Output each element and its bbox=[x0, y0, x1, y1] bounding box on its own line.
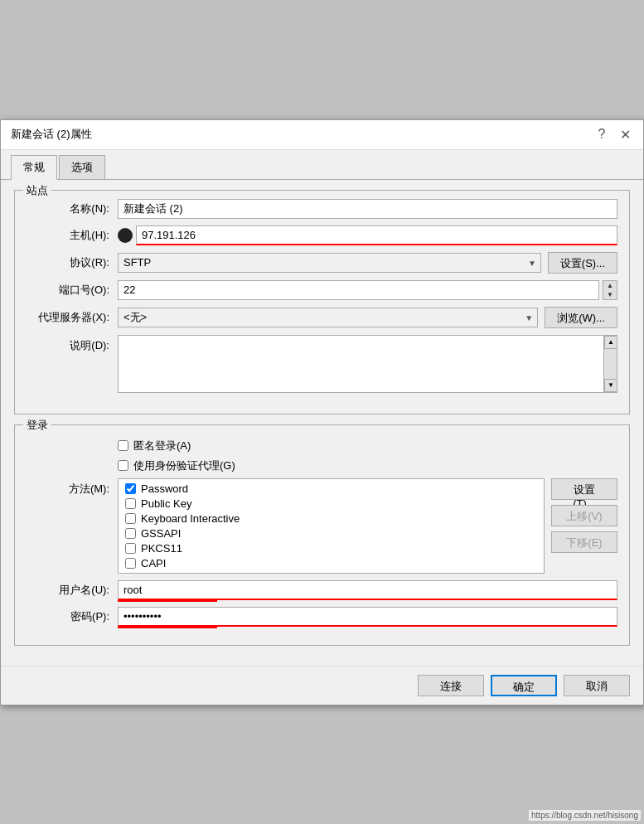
name-label: 名称(N): bbox=[27, 201, 118, 216]
proxy-select[interactable]: <无> bbox=[118, 308, 538, 327]
scroll-down-arrow[interactable]: ▼ bbox=[604, 379, 617, 392]
method-gssapi-row: GSSAPI bbox=[125, 527, 537, 540]
host-label: 主机(H): bbox=[27, 228, 118, 243]
connect-button[interactable]: 连接 bbox=[418, 675, 484, 696]
method-buttons: 设置(T)... 上移(V) 下移(E) bbox=[551, 478, 617, 553]
password-control bbox=[118, 607, 617, 627]
host-input[interactable] bbox=[136, 225, 617, 245]
method-up-button[interactable]: 上移(V) bbox=[551, 505, 617, 526]
password-label: 密码(P): bbox=[27, 609, 118, 624]
title-bar: 新建会话 (2)属性 ? ✕ bbox=[1, 120, 643, 150]
scroll-up-arrow[interactable]: ▲ bbox=[604, 336, 617, 349]
protocol-row: 协议(R): SFTP FTP SCP FTPS ▼ 设置(S)... bbox=[27, 252, 617, 274]
method-label: 方法(M): bbox=[27, 478, 118, 497]
username-row: 用户名(U): bbox=[27, 580, 617, 600]
port-control: ▲ ▼ bbox=[118, 280, 617, 300]
agent-row: 使用身份验证代理(G) bbox=[118, 458, 617, 473]
title-bar-buttons: ? ✕ bbox=[593, 127, 633, 143]
watermark: https://blog.csdn.net/hisisong bbox=[529, 810, 641, 821]
method-wrapper: Password Public Key Keyboard Interactive bbox=[118, 478, 617, 574]
host-icon bbox=[118, 228, 133, 243]
settings-button[interactable]: 设置(S)... bbox=[548, 252, 617, 274]
protocol-select-wrapper: SFTP FTP SCP FTPS ▼ bbox=[118, 253, 541, 273]
method-capi-label: CAPI bbox=[141, 557, 166, 570]
method-publickey-row: Public Key bbox=[125, 497, 537, 510]
station-section-title: 站点 bbox=[23, 183, 51, 198]
method-down-button[interactable]: 下移(E) bbox=[551, 531, 617, 553]
anonymous-row: 匿名登录(A) bbox=[118, 439, 617, 453]
dialog: 新建会话 (2)属性 ? ✕ 常规 选项 站点 名称(N): bbox=[0, 119, 644, 705]
port-label: 端口号(O): bbox=[27, 283, 118, 298]
proxy-select-wrapper: <无> ▼ bbox=[118, 308, 538, 327]
name-row: 名称(N): bbox=[27, 199, 617, 219]
desc-control: ▲ ▼ bbox=[118, 335, 617, 395]
method-box: Password Public Key Keyboard Interactive bbox=[118, 478, 545, 574]
desc-row: 说明(D): ▲ ▼ bbox=[27, 335, 617, 395]
tab-bar: 常规 选项 bbox=[1, 150, 643, 180]
protocol-label: 协议(R): bbox=[27, 255, 118, 270]
password-row: 密码(P): bbox=[27, 607, 617, 627]
port-row: 端口号(O): ▲ ▼ bbox=[27, 280, 617, 300]
protocol-control: SFTP FTP SCP FTPS ▼ 设置(S)... bbox=[118, 252, 617, 274]
desc-textarea[interactable] bbox=[118, 335, 604, 393]
ok-button[interactable]: 确定 bbox=[491, 675, 557, 696]
username-input[interactable] bbox=[118, 580, 617, 600]
tab-options[interactable]: 选项 bbox=[59, 155, 105, 179]
method-capi-row: CAPI bbox=[125, 557, 537, 570]
browse-button[interactable]: 浏览(W)... bbox=[545, 307, 617, 328]
help-button[interactable]: ? bbox=[593, 127, 610, 142]
cancel-button[interactable]: 取消 bbox=[564, 675, 630, 696]
login-section-title: 登录 bbox=[23, 418, 51, 433]
method-row: 方法(M): Password Public Key bbox=[27, 478, 617, 574]
anonymous-label: 匿名登录(A) bbox=[133, 439, 191, 453]
method-gssapi-checkbox[interactable] bbox=[125, 528, 136, 539]
port-wrapper: ▲ ▼ bbox=[118, 280, 617, 300]
name-control bbox=[118, 199, 617, 219]
method-capi-checkbox[interactable] bbox=[125, 558, 136, 569]
desc-label: 说明(D): bbox=[27, 335, 118, 353]
name-input[interactable] bbox=[118, 199, 617, 219]
method-password-row: Password bbox=[125, 482, 537, 495]
login-section: 登录 匿名登录(A) 使用身份验证代理(G) 方法(M): bbox=[14, 424, 630, 646]
method-keyboard-row: Keyboard Interactive bbox=[125, 512, 537, 525]
agent-checkbox[interactable] bbox=[118, 460, 128, 471]
close-button[interactable]: ✕ bbox=[617, 127, 633, 143]
proxy-control: <无> ▼ 浏览(W)... bbox=[118, 307, 617, 328]
host-control bbox=[118, 225, 617, 245]
method-pkcs11-row: PKCS11 bbox=[125, 542, 537, 555]
port-down-btn[interactable]: ▼ bbox=[603, 290, 617, 299]
method-keyboard-label: Keyboard Interactive bbox=[141, 512, 240, 525]
port-spinner: ▲ ▼ bbox=[603, 280, 617, 300]
station-section: 站点 名称(N): 主机(H): 协议(R) bbox=[14, 190, 630, 414]
password-underline bbox=[118, 627, 217, 628]
username-label: 用户名(U): bbox=[27, 583, 118, 598]
method-pkcs11-checkbox[interactable] bbox=[125, 543, 136, 554]
username-underline bbox=[118, 600, 217, 602]
tab-general[interactable]: 常规 bbox=[11, 155, 57, 180]
proxy-row: 代理服务器(X): <无> ▼ 浏览(W)... bbox=[27, 307, 617, 328]
method-control: Password Public Key Keyboard Interactive bbox=[118, 478, 617, 574]
footer: 连接 确定 取消 bbox=[1, 666, 643, 705]
method-publickey-label: Public Key bbox=[141, 497, 191, 510]
method-pkcs11-label: PKCS11 bbox=[141, 542, 182, 555]
port-up-btn[interactable]: ▲ bbox=[603, 281, 617, 290]
content-area: 站点 名称(N): 主机(H): 协议(R) bbox=[1, 180, 643, 666]
host-row: 主机(H): bbox=[27, 225, 617, 245]
username-control bbox=[118, 580, 617, 600]
method-gssapi-label: GSSAPI bbox=[141, 527, 181, 540]
method-password-label: Password bbox=[141, 482, 188, 495]
method-setup-button[interactable]: 设置(T)... bbox=[551, 478, 617, 500]
dialog-title: 新建会话 (2)属性 bbox=[11, 127, 92, 142]
proxy-label: 代理服务器(X): bbox=[27, 310, 118, 325]
protocol-select[interactable]: SFTP FTP SCP FTPS bbox=[118, 253, 541, 273]
port-input[interactable] bbox=[118, 280, 599, 300]
anonymous-checkbox[interactable] bbox=[118, 440, 128, 451]
agent-label: 使用身份验证代理(G) bbox=[133, 458, 235, 473]
desc-scrollbar[interactable]: ▲ ▼ bbox=[604, 335, 617, 393]
password-input[interactable] bbox=[118, 607, 617, 627]
method-password-checkbox[interactable] bbox=[125, 483, 136, 494]
method-publickey-checkbox[interactable] bbox=[125, 498, 136, 509]
method-keyboard-checkbox[interactable] bbox=[125, 513, 136, 524]
